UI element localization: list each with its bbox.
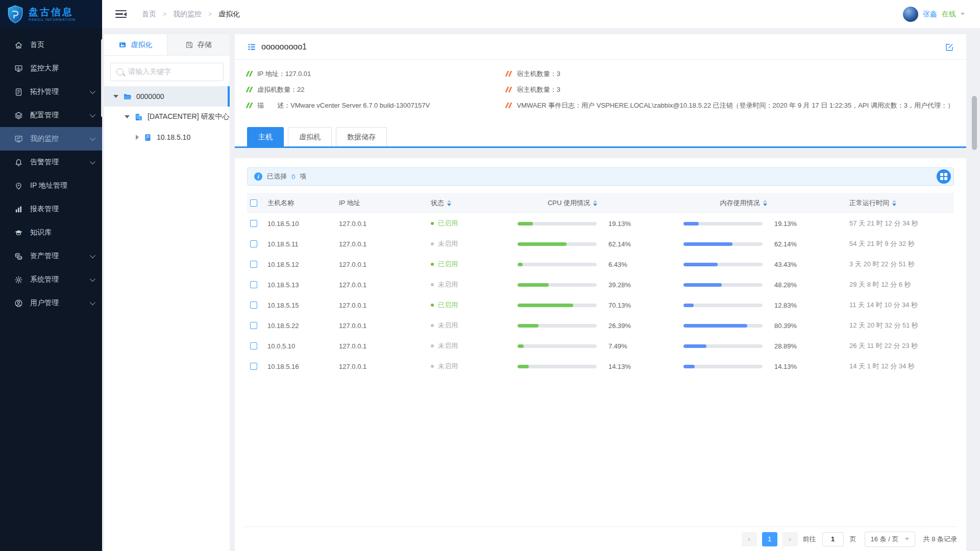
sidebar-item-label: 我的监控 [30, 134, 59, 143]
host-ip: 127.0.0.1 [339, 363, 431, 370]
sidebar-item-4[interactable]: 我的监控 [0, 127, 102, 151]
host-ip: 127.0.0.1 [339, 342, 431, 350]
host-name[interactable]: 10.18.5.22 [267, 322, 339, 330]
double-slash-icon [506, 103, 511, 108]
page-scrollbar-thumb[interactable] [972, 96, 977, 150]
row-checkbox[interactable] [250, 363, 257, 370]
host-name[interactable]: 10.18.5.10 [267, 220, 339, 228]
memory-usage-percent: 62.14% [770, 240, 849, 248]
collapse-menu-icon[interactable] [115, 10, 127, 18]
sidebar-item-8[interactable]: 知识库 [0, 221, 102, 244]
uptime: 14 天 1 时 12 分 34 秒 [849, 362, 954, 371]
sidebar-item-10[interactable]: 系统管理 [0, 268, 102, 291]
breadcrumb-home[interactable]: 首页 [142, 10, 156, 19]
memory-usage-percent: 48.28% [770, 281, 849, 289]
tree-node-host[interactable]: 10.18.5.10 [104, 127, 230, 147]
caret-down-icon[interactable] [125, 115, 130, 118]
sidebar-item-label: 资产管理 [30, 252, 59, 261]
row-checkbox[interactable] [250, 281, 257, 288]
status-dot-icon [431, 324, 434, 327]
table-row: 10.18.5.15127.0.0.1已启用70.13%12.83%11 天 1… [247, 295, 954, 315]
row-checkbox[interactable] [250, 220, 257, 227]
row-checkbox[interactable] [250, 240, 257, 247]
row-checkbox[interactable] [250, 261, 257, 268]
double-slash-icon [247, 87, 252, 92]
current-page-button[interactable]: 1 [762, 532, 777, 546]
row-checkbox[interactable] [250, 302, 257, 309]
host-name[interactable]: 10.18.5.16 [267, 363, 339, 370]
select-all-checkbox[interactable] [250, 199, 257, 207]
next-page-button[interactable]: › [782, 532, 798, 546]
tab-storage[interactable]: 存储 [167, 34, 230, 55]
sidebar-scrollbar-thumb[interactable] [101, 39, 103, 117]
brand-name: 盘古信息 [29, 7, 76, 18]
sidebar-item-label: 告警管理 [30, 158, 59, 167]
tree-search-input[interactable]: 请输入关键字 [110, 63, 224, 81]
avatar[interactable] [903, 7, 918, 22]
virtualization-icon [118, 41, 127, 49]
host-ip: 127.0.0.1 [339, 302, 431, 309]
col-header-memory[interactable]: 内存使用情况 [660, 198, 826, 208]
host-name[interactable]: 10.18.5.11 [267, 240, 339, 248]
chevron-down-icon [90, 159, 95, 164]
sidebar-item-label: 系统管理 [30, 275, 59, 284]
col-header-name[interactable]: 主机名称 [267, 198, 339, 208]
grid-apps-button[interactable] [937, 169, 951, 184]
tab-datastores[interactable]: 数据储存 [336, 127, 387, 146]
caret-right-icon[interactable] [136, 135, 139, 140]
sidebar-item-6[interactable]: IPIP 地址管理 [0, 174, 102, 197]
cpu-usage-bar [518, 324, 604, 328]
host-name[interactable]: 10.18.5.13 [267, 281, 339, 289]
prev-page-button[interactable]: ‹ [742, 532, 757, 546]
selection-count: 0 [291, 173, 295, 181]
knowledge-icon [14, 229, 30, 237]
edit-button[interactable] [945, 42, 954, 52]
sort-icon[interactable] [892, 200, 896, 207]
user-menu[interactable]: 张鑫 在线 [903, 7, 965, 22]
sidebar-item-7[interactable]: 报表管理 [0, 197, 102, 221]
host-name[interactable]: 10.0.5.10 [267, 342, 339, 350]
status-badge: 已启用 [431, 260, 518, 269]
sidebar-item-label: 配置管理 [30, 111, 59, 120]
table-row: 10.18.5.11127.0.0.1未启用62.14%62.14%54 天 2… [247, 234, 954, 254]
col-header-ip[interactable]: IP 地址 [339, 198, 431, 208]
goto-page-input[interactable]: 1 [822, 532, 844, 546]
sidebar-item-9[interactable]: 资产管理 [0, 244, 102, 268]
sort-icon[interactable] [763, 200, 767, 207]
col-header-uptime[interactable]: 正常运行时间 [849, 198, 954, 208]
caret-down-icon[interactable] [113, 95, 118, 98]
table-row: 10.18.5.12127.0.0.1已启用6.43%43.43%3 天 20 … [247, 254, 954, 274]
user-icon [14, 299, 30, 308]
table-row: 10.18.5.16127.0.0.1未启用14.13%14.13%14 天 1… [247, 356, 954, 377]
row-checkbox[interactable] [250, 322, 257, 329]
sidebar-item-5[interactable]: 告警管理 [0, 151, 102, 174]
page-size-select[interactable]: 16 条 / 页 [865, 532, 915, 547]
sidebar-item-1[interactable]: 监控大屏 [0, 57, 102, 80]
breadcrumb-monitor[interactable]: 我的监控 [173, 10, 202, 19]
sidebar-item-2[interactable]: 拓扑管理 [0, 80, 102, 104]
sidebar-item-0[interactable]: 首页 [0, 33, 102, 57]
sort-icon[interactable] [447, 200, 451, 207]
tab-virtual-machines[interactable]: 虚拟机 [288, 127, 332, 146]
tab-label: 虚拟化 [131, 40, 152, 49]
sidebar-item-11[interactable]: 用户管理 [0, 291, 102, 315]
datacenter-icon [134, 113, 143, 121]
row-checkbox[interactable] [250, 342, 257, 349]
host-name[interactable]: 10.18.5.12 [267, 261, 339, 268]
sidebar-item-3[interactable]: 配置管理 [0, 104, 102, 127]
table-row: 10.0.5.10127.0.0.1未启用7.49%28.89%26 天 11 … [247, 336, 954, 356]
breadcrumb: 首页 > 我的监控 > 虚拟化 [142, 10, 240, 19]
pagination: ‹ 1 › 前往 1 页 16 条 / 页 共 8 条记录 [244, 527, 957, 551]
sort-icon[interactable] [593, 200, 597, 207]
host-name[interactable]: 10.18.5.15 [267, 302, 339, 309]
selection-banner: i 已选择 0 项 [247, 167, 954, 186]
memory-usage-bar [683, 222, 770, 226]
tab-virtualization[interactable]: 虚拟化 [104, 34, 167, 55]
tree-node-root[interactable]: 0000000 [104, 86, 230, 107]
host-ip: 127.0.0.1 [339, 322, 431, 330]
page-unit-label: 页 [850, 535, 856, 544]
tab-hosts[interactable]: 主机 [247, 127, 284, 146]
col-header-cpu[interactable]: CPU 使用情况 [489, 198, 655, 208]
status-badge: 已启用 [431, 219, 518, 228]
tree-node-datacenter[interactable]: [DATACENTER] 研发中心 [104, 107, 230, 127]
